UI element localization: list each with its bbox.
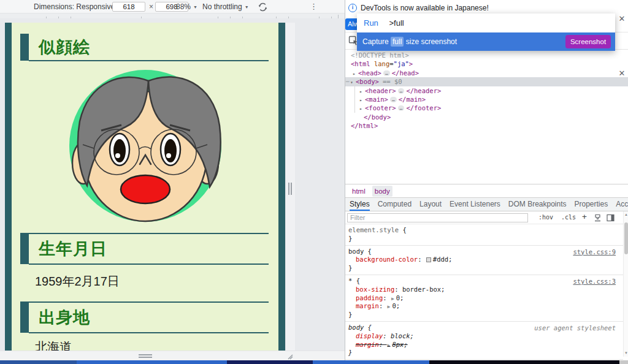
dimensions-times: × [149, 0, 153, 13]
stylesheet-source-link[interactable]: style.css:9 [573, 248, 616, 257]
element-classes-button[interactable]: .cls [561, 214, 576, 221]
css-rule[interactable]: body {style.css:9background-color: #ddd;… [345, 246, 623, 275]
color-swatch-icon[interactable] [426, 257, 431, 262]
dom-token: </footer> [406, 104, 441, 112]
css-property-value: #ddd [433, 256, 448, 263]
expand-shorthand-icon[interactable]: ▶ [388, 343, 391, 348]
scrollbar-down-icon[interactable]: ▼ [624, 351, 628, 355]
collapsed-content-icon[interactable]: … [390, 97, 397, 102]
dom-tree-row[interactable]: <!DOCTYPE html> [345, 51, 628, 59]
tab-layout[interactable]: Layout [419, 198, 442, 211]
collapsed-content-icon[interactable]: … [398, 88, 405, 94]
command-result-row[interactable]: Capture full size screenshot Screenshot [357, 32, 615, 51]
scrollbar-thumb[interactable] [624, 222, 628, 254]
tab-event-listeners[interactable]: Event Listeners [450, 198, 500, 211]
css-property-value: border-box [402, 286, 441, 293]
css-property-name: margin [356, 341, 379, 348]
taskbar-segment [77, 360, 227, 364]
screenshot-button[interactable]: Screenshot [565, 35, 611, 48]
dom-tree-row[interactable]: </body> [345, 113, 628, 121]
css-property-name: display [356, 332, 383, 339]
zoom-dropdown[interactable]: 88%▼ [176, 0, 197, 13]
dom-tree-row[interactable]: </html> [345, 121, 628, 130]
taskbar-segment [313, 360, 429, 364]
result-match-highlight: full [391, 37, 404, 47]
infobar-close-icon[interactable]: ✕ [618, 15, 626, 23]
css-property-name: box-sizing [356, 286, 394, 293]
dom-token: </head> [392, 69, 419, 77]
birthdate-value: 1959年2月17日 [35, 273, 120, 290]
stylesheet-origin-label: user agent stylesheet [534, 324, 616, 333]
avatar-right-glint [166, 153, 171, 158]
viewport-corner-resize-handle[interactable] [286, 352, 293, 360]
dom-token: <footer> [365, 104, 396, 112]
tab-computed[interactable]: Computed [378, 198, 412, 211]
styles-scrollbar[interactable]: ▲ ▼ [623, 211, 628, 357]
avatar-right-pupil [164, 139, 177, 162]
devtools-panel: i DevTools is now available in Japanese!… [345, 0, 628, 360]
chevron-down-icon: ▼ [245, 1, 249, 14]
rotate-viewport-icon[interactable] [258, 2, 268, 12]
dom-token: "ja" [394, 60, 409, 67]
rendering-emulation-icon[interactable] [594, 214, 602, 222]
elements-breadcrumb: htmlbody [345, 184, 628, 197]
tab-accessibility[interactable]: Accessibility [616, 198, 628, 211]
css-property-row[interactable]: padding: ▶0; [345, 294, 623, 303]
breadcrumb-item-html[interactable]: html [350, 186, 368, 197]
dom-token: <!DOCTYPE html> [351, 51, 409, 59]
css-property-row[interactable]: display: block; [345, 332, 623, 341]
avatar-left-pupil [113, 139, 126, 162]
css-rule[interactable]: * {style.css:3box-sizing: border-box;pad… [345, 275, 623, 322]
toggle-element-state-button[interactable]: :hov [538, 214, 553, 221]
css-property-row[interactable]: background-color: #ddd; [345, 256, 623, 264]
expand-shorthand-icon[interactable]: ▶ [391, 296, 394, 301]
dom-token: <body> [356, 78, 379, 85]
dom-token: > [409, 60, 413, 67]
dom-token: </body> [364, 113, 391, 121]
device-ruler [0, 13, 345, 18]
more-options-icon[interactable]: ⋮ [310, 0, 318, 13]
dom-tree-row[interactable]: ⋯▾<body>== $0 [345, 77, 628, 86]
css-property-value: block [391, 332, 410, 339]
styles-filter-input[interactable]: Filter [347, 213, 528, 222]
page-heading-birthdate: 生年月日 [39, 233, 107, 264]
dom-tree-row[interactable]: ▸<head>…</head> [345, 69, 628, 77]
expand-shorthand-icon[interactable]: ▶ [388, 304, 391, 309]
css-property-row[interactable]: box-sizing: border-box; [345, 286, 623, 294]
tab-properties[interactable]: Properties [575, 198, 608, 211]
css-property-row[interactable]: margin: ▶8px; [345, 341, 623, 349]
dom-tree-row[interactable]: ▸<main>…</main> [345, 95, 628, 104]
new-style-rule-icon[interactable]: + [582, 212, 587, 221]
dimensions-dropdown[interactable]: Dimensions: Responsive▼ [34, 0, 121, 13]
dom-tree-row[interactable]: <html lang="ja"> [345, 59, 628, 68]
page-scrollbar-track[interactable] [285, 23, 295, 351]
dom-tree-row[interactable]: ▸<footer>…</footer> [345, 104, 628, 112]
collapsed-content-icon[interactable]: … [383, 70, 390, 76]
heading-accent-block [20, 233, 29, 264]
tab-styles[interactable]: Styles [350, 198, 370, 211]
breadcrumb-item-body[interactable]: body [372, 186, 392, 197]
page-heading-birthplace: 出身地 [39, 302, 90, 333]
css-selector: element.style [348, 226, 399, 233]
stylesheet-source-link[interactable]: style.css:3 [573, 278, 616, 286]
heading-rule [29, 332, 269, 333]
command-palette-input-row[interactable]: Run >full [357, 13, 615, 32]
css-rule[interactable]: body {user agent stylesheetdisplay: bloc… [345, 322, 623, 360]
throttling-dropdown[interactable]: No throttling▼ [202, 0, 249, 13]
page-left-border [5, 23, 12, 351]
tab-dom-breakpoints[interactable]: DOM Breakpoints [508, 198, 567, 211]
sidebar-panel-icon[interactable] [607, 214, 615, 222]
heading-accent-block [20, 34, 29, 61]
viewport-width-input[interactable]: 618 [112, 2, 145, 12]
rendered-page[interactable]: 似顔絵 [5, 23, 285, 351]
css-selector: * [348, 277, 352, 284]
dom-row-gutter-icon[interactable]: ⋯ [346, 77, 349, 86]
collapsed-content-icon[interactable]: … [398, 105, 405, 111]
dom-tree-indent-guide [354, 86, 355, 113]
css-property-row[interactable]: margin: ▶0; [345, 302, 623, 311]
css-rule[interactable]: element.style {} [345, 224, 623, 246]
scrollbar-up-icon[interactable]: ▲ [624, 213, 628, 216]
dom-token: <main> [365, 96, 388, 103]
dom-tree-row[interactable]: ▸<header>…</header> [345, 86, 628, 95]
dom-token: <head> [358, 69, 381, 77]
